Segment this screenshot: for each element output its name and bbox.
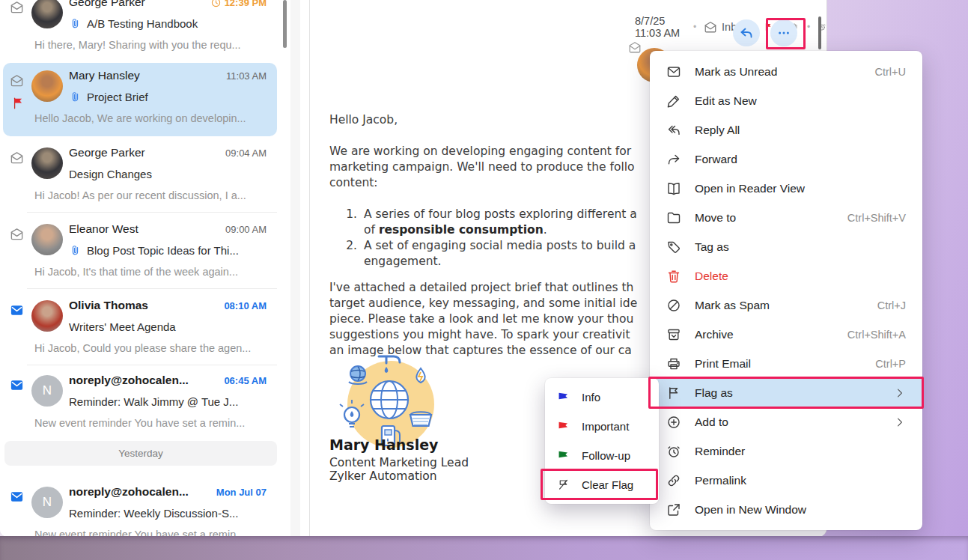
read-envelope-icon	[10, 227, 24, 241]
menu-item-delete[interactable]: Delete	[650, 261, 922, 290]
email-list-item[interactable]: Eleanor West 09:00 AM Blog Post Topic Id…	[0, 215, 278, 288]
unread-envelope-icon	[10, 378, 24, 392]
forward-icon	[666, 152, 681, 167]
menu-item-print-email[interactable]: Print EmailCtrl+P	[650, 349, 922, 378]
avatar	[31, 224, 63, 255]
email-subject: Design Changes	[69, 168, 152, 180]
more-actions-menu: Mark as UnreadCtrl+U Edit as New Reply A…	[650, 51, 922, 530]
menu-item-reply-all[interactable]: Reply All	[650, 115, 922, 144]
email-time: 12:39 PM	[210, 0, 267, 8]
menu-item-open-in-new-window[interactable]: Open in New Window	[650, 495, 922, 524]
envelope-icon	[704, 20, 717, 34]
attachment-icon	[69, 244, 82, 257]
list-divider	[27, 288, 277, 289]
printer-icon	[666, 356, 681, 371]
unread-envelope-icon	[10, 303, 24, 317]
plus-circle-icon	[666, 415, 681, 430]
reply-icon	[739, 25, 754, 40]
list-scrollbar-thumb[interactable]	[283, 0, 287, 48]
unread-envelope-icon	[10, 490, 24, 504]
list-divider	[27, 212, 277, 213]
menu-item-mark-as-spam[interactable]: Mark as SpamCtrl+J	[650, 290, 922, 320]
email-preview: Hi Jacob, It's that time of the week aga…	[34, 266, 238, 278]
email-list-item[interactable]: N noreply@zohocalen... Mon Jul 07 Remind…	[0, 478, 278, 537]
menu-item-move-to[interactable]: Move toCtrl+Shift+V	[650, 203, 922, 232]
flag-green-icon	[557, 449, 570, 462]
trash-icon	[666, 269, 681, 284]
read-envelope-icon	[10, 150, 24, 165]
email-subject: A/B Testing Handbook	[69, 17, 198, 30]
email-list-item[interactable]: N noreply@zohocalen... 06:45 AM Reminder…	[0, 366, 278, 439]
list-number: 2.	[329, 238, 364, 270]
sender-name: George Parker	[69, 146, 145, 159]
reply-button[interactable]	[733, 19, 760, 46]
envelope-icon	[666, 64, 681, 79]
chevron-right-icon	[894, 416, 906, 428]
signature-name: Mary Hansley	[329, 436, 469, 453]
email-list-item[interactable]: Olivia Thomas 08:10 AM Writers' Meet Age…	[0, 291, 278, 365]
alarm-icon	[666, 444, 681, 459]
list-divider	[27, 365, 277, 365]
sender-name: noreply@zohocalen...	[69, 374, 189, 387]
body-line: A set of engaging social media posts to …	[364, 238, 636, 254]
menu-item-open-in-reader-view[interactable]: Open in Reader View	[650, 174, 922, 203]
content-scrollbar-thumb[interactable]	[818, 16, 821, 49]
email-list-pane: George Parker 12:39 PM A/B Testing Handb…	[0, 0, 310, 537]
sender-name: George Parker	[69, 0, 145, 9]
email-time: 11:03 AM	[226, 70, 267, 82]
list-scrollbar-track[interactable]	[290, 0, 300, 537]
menu-item-tag-as[interactable]: Tag as	[650, 232, 922, 261]
annotation-box-clear-flag	[541, 469, 658, 500]
archive-icon	[666, 327, 681, 342]
annotation-box-flag-as	[648, 377, 924, 409]
sender-name: Olivia Thomas	[69, 299, 148, 312]
annotation-box-more-button	[766, 18, 806, 49]
submenu-item-info[interactable]: Info	[545, 383, 659, 412]
body-line: A series of four blog posts exploring di…	[364, 207, 637, 222]
menu-item-forward[interactable]: Forward	[650, 144, 922, 174]
attachment-icon	[69, 91, 82, 103]
email-preview: Hello Jacob, We are working on developin…	[34, 112, 246, 124]
read-envelope-icon	[628, 40, 642, 54]
desktop-background	[0, 536, 968, 560]
red-flag-icon	[12, 97, 25, 110]
menu-item-archive[interactable]: ArchiveCtrl+Shift+A	[650, 320, 922, 349]
email-list-item[interactable]: George Parker 09:04 AM Design Changes Hi…	[0, 139, 278, 212]
email-subject: Reminder: Walk Jimmy @ Tue J...	[69, 395, 238, 408]
menu-item-permalink[interactable]: Permalink	[650, 466, 922, 495]
tag-icon	[666, 240, 681, 255]
menu-item-reminder[interactable]: Reminder	[650, 436, 922, 466]
avatar	[31, 70, 63, 102]
spam-icon	[666, 298, 681, 313]
submenu-item-follow-up[interactable]: Follow-up	[545, 441, 659, 470]
email-preview: Hi Jacob, Could you please share the age…	[34, 342, 251, 354]
menu-item-mark-as-unread[interactable]: Mark as UnreadCtrl+U	[650, 57, 922, 86]
menu-item-add-to[interactable]: Add to	[650, 407, 922, 436]
email-subject: Writers' Meet Agenda	[69, 320, 176, 333]
flag-blue-icon	[557, 391, 570, 404]
reply-all-icon	[666, 123, 681, 138]
pencil-icon	[666, 94, 681, 109]
email-list-item-selected[interactable]: Mary Hansley 11:03 AM Project Brief Hell…	[0, 61, 278, 135]
reader-view-icon	[666, 181, 681, 196]
email-time: 09:00 AM	[225, 224, 267, 235]
dot-separator: •	[807, 22, 810, 32]
email-subject: Project Brief	[69, 91, 148, 103]
avatar: N	[31, 487, 63, 518]
sender-name: Eleanor West	[69, 222, 138, 236]
email-time: 06:45 AM	[224, 375, 267, 386]
date-divider: Yesterday	[4, 441, 277, 466]
email-signature: Mary Hansley Content Marketing Lead Zylk…	[329, 436, 469, 483]
email-list-item[interactable]: George Parker 12:39 PM A/B Testing Handb…	[0, 0, 278, 61]
email-preview: Hi there, Mary! Sharing with you the req…	[34, 39, 241, 51]
sender-name: Mary Hansley	[69, 69, 140, 82]
avatar	[31, 300, 63, 332]
avatar	[31, 0, 63, 28]
submenu-item-important[interactable]: Important	[545, 412, 659, 441]
dot-separator: •	[693, 22, 696, 32]
read-envelope-icon	[10, 73, 24, 88]
avatar: N	[31, 375, 63, 407]
email-preview: Hi Jacob! As per our recent discussion, …	[34, 189, 246, 201]
menu-item-edit-as-new[interactable]: Edit as New	[650, 86, 922, 115]
list-number: 1.	[329, 207, 364, 238]
